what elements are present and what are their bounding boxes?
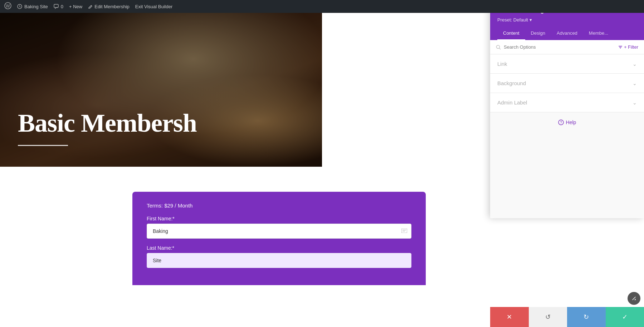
hero-title: Basic Membersh [18,108,197,138]
panel-body: + Filter Link ⌄ Background ⌄ Admin Label… [490,40,644,218]
help-icon: ? [558,119,564,125]
accordion-link: Link ⌄ [490,54,644,74]
accordion-background: Background ⌄ [490,74,644,93]
help-label: Help [566,119,576,125]
search-options-input[interactable] [504,44,615,50]
admin-bar: W Baking Site 0 + New Edit Membership Ex… [0,0,644,13]
search-icon [496,45,501,50]
first-name-wrapper [147,224,411,239]
svg-point-11 [497,45,500,48]
tab-content[interactable]: Content [497,27,525,40]
last-name-wrapper [147,253,411,268]
last-name-label: Last Name:* [147,245,411,251]
svg-text:W: W [6,4,10,9]
help-row[interactable]: ? Help [490,112,644,132]
site-name-link[interactable]: Baking Site [17,4,48,9]
svg-text:?: ? [560,121,562,125]
hero-overlay [0,13,322,167]
tab-member[interactable]: Membe... [583,27,614,40]
site-name-label: Baking Site [24,4,48,9]
section-settings-panel: Section Settings ⋮ Preset: Default ▾ Con… [490,0,644,218]
accordion-background-header[interactable]: Background ⌄ [490,74,644,93]
first-name-label: First Name:* [147,216,411,221]
search-row: + Filter [490,40,644,54]
svg-rect-3 [54,4,58,8]
accordion-link-chevron-icon: ⌄ [633,61,637,67]
first-name-input[interactable] [147,224,411,239]
edit-membership-link[interactable]: Edit Membership [88,4,130,9]
accordion-link-label: Link [497,61,507,67]
cancel-button[interactable]: ✕ [490,307,529,327]
svg-line-12 [499,48,501,49]
tab-advanced[interactable]: Advanced [551,27,583,40]
accordion-background-chevron-icon: ⌄ [633,80,637,86]
drag-handle-button[interactable] [628,292,640,305]
wp-logo-icon[interactable]: W [4,2,11,11]
comments-link[interactable]: 0 [54,4,63,9]
svg-rect-4 [401,229,407,233]
filter-button[interactable]: + Filter [618,44,638,50]
new-link[interactable]: + New [69,4,82,9]
save-button[interactable]: ✓ [606,307,644,327]
filter-label: + Filter [624,44,638,50]
redo-button[interactable]: ↻ [567,307,606,327]
form-terms: Terms: $29 / Month [147,202,411,209]
tab-design[interactable]: Design [525,27,551,40]
comments-count: 0 [61,4,63,9]
accordion-background-label: Background [497,80,526,86]
action-bar: ✕ ↺ ↻ ✓ [490,307,644,327]
undo-button[interactable]: ↺ [529,307,567,327]
accordion-admin-label-chevron-icon: ⌄ [633,100,637,106]
accordion-admin-label: Admin Label ⌄ [490,93,644,112]
membership-form-section: Terms: $29 / Month First Name:* Last Nam… [132,192,426,285]
panel-preset[interactable]: Preset: Default ▾ [497,17,637,23]
exit-visual-builder-link[interactable]: Exit Visual Builder [135,4,173,9]
last-name-input[interactable] [147,253,411,268]
hero-underline [18,145,68,146]
input-icon [401,228,407,234]
panel-tabs: Content Design Advanced Membe... [497,27,637,40]
hero-section: Basic Membersh [0,13,322,167]
accordion-admin-label-label: Admin Label [497,99,527,106]
preset-chevron-icon: ▾ [530,17,532,23]
accordion-admin-label-header[interactable]: Admin Label ⌄ [490,93,644,112]
accordion-link-header[interactable]: Link ⌄ [490,54,644,73]
